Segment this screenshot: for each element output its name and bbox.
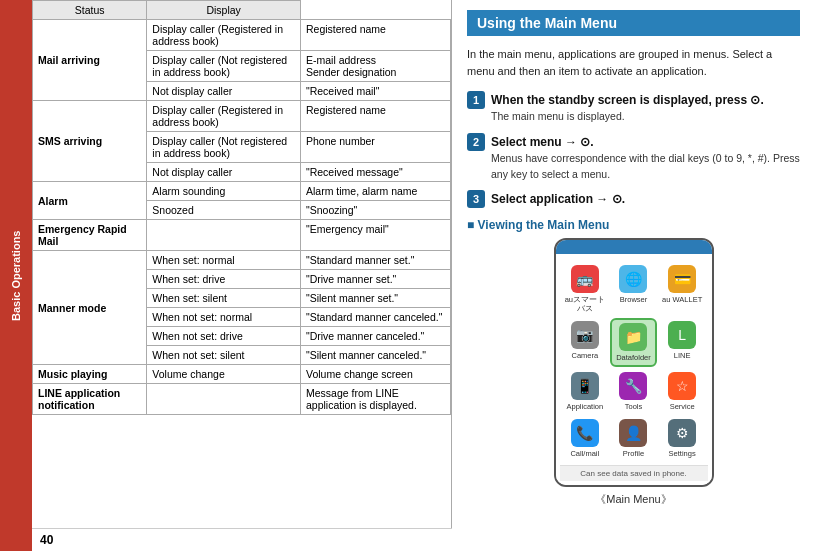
display-cell: E-mail address Sender designation <box>300 51 450 82</box>
phone-app-label: Profile <box>623 449 644 458</box>
table-row: AlarmAlarm soundingAlarm time, alarm nam… <box>33 182 451 201</box>
col-display: Display <box>147 1 301 20</box>
step-content: Select menu → ⊙.Menus have correspondenc… <box>491 133 800 183</box>
display-cell: "Drive manner set." <box>300 270 450 289</box>
phone-app-label: au WALLET <box>662 295 702 304</box>
page-number: 40 <box>32 528 452 551</box>
left-panel: Status Display Mail arrivingDisplay call… <box>32 0 452 551</box>
status-cell: Display caller (Not registered in addres… <box>147 132 301 163</box>
phone-app-label: Application <box>566 402 603 411</box>
viewing-title: ■ Viewing the Main Menu <box>467 218 800 232</box>
steps-container: 1When the standby screen is displayed, p… <box>467 91 800 208</box>
step-number: 1 <box>467 91 485 109</box>
status-cell: Snoozed <box>147 201 301 220</box>
step-title: Select menu → ⊙. <box>491 133 800 151</box>
step-title: Select application → ⊙. <box>491 190 625 208</box>
table-row: LINE application notificationMessage fro… <box>33 384 451 415</box>
phone-app-item: LLINE <box>659 318 706 367</box>
table-row: Mail arrivingDisplay caller (Registered … <box>33 20 451 51</box>
phone-grid: 🚌auスマート バス🌐Browser💳au WALLET📷Camera📁Data… <box>560 258 708 465</box>
phone-app-label: Settings <box>669 449 696 458</box>
step-content: Select application → ⊙. <box>491 190 625 208</box>
phone-app-item: 💳au WALLET <box>659 262 706 316</box>
status-cell: Display caller (Registered in address bo… <box>147 101 301 132</box>
group-cell: Manner mode <box>33 251 147 365</box>
display-cell: "Standard manner canceled." <box>300 308 450 327</box>
phone-screen: 🚌auスマート バス🌐Browser💳au WALLET📷Camera📁Data… <box>556 254 712 485</box>
step-sub: The main menu is displayed. <box>491 109 764 125</box>
phone-app-icon: 🚌 <box>571 265 599 293</box>
display-cell: "Drive manner canceled." <box>300 327 450 346</box>
display-cell: "Received message" <box>300 163 450 182</box>
group-cell: Music playing <box>33 365 147 384</box>
col-status: Status <box>33 1 147 20</box>
phone-app-icon: 📷 <box>571 321 599 349</box>
phone-app-icon: ⚙ <box>668 419 696 447</box>
phone-app-item: 📱Application <box>562 369 609 414</box>
table-row: SMS arrivingDisplay caller (Registered i… <box>33 101 451 132</box>
phone-statusbar <box>556 240 712 254</box>
display-cell: "Standard manner set." <box>300 251 450 270</box>
phone-caption: Can see data saved in phone. <box>560 465 708 481</box>
status-cell: Not display caller <box>147 82 301 101</box>
status-cell: When set: normal <box>147 251 301 270</box>
sidebar: Basic Operations <box>0 0 32 551</box>
status-cell: Display caller (Registered in address bo… <box>147 20 301 51</box>
intro-text: In the main menu, applications are group… <box>467 46 800 79</box>
phone-app-item: 📁Datafolder <box>610 318 657 367</box>
status-cell: When not set: normal <box>147 308 301 327</box>
step: 2Select menu → ⊙.Menus have corresponden… <box>467 133 800 183</box>
status-cell: When set: silent <box>147 289 301 308</box>
phone-app-item: 👤Profile <box>610 416 657 461</box>
group-cell: LINE application notification <box>33 384 147 415</box>
phone-app-label: Datafolder <box>616 353 651 362</box>
display-cell: Alarm time, alarm name <box>300 182 450 201</box>
phone-app-item: 🌐Browser <box>610 262 657 316</box>
step-content: When the standby screen is displayed, pr… <box>491 91 764 125</box>
phone-app-icon: 👤 <box>619 419 647 447</box>
phone-app-label: Service <box>670 402 695 411</box>
status-cell: When set: drive <box>147 270 301 289</box>
status-cell: Alarm sounding <box>147 182 301 201</box>
phone-app-item: 🔧Tools <box>610 369 657 414</box>
section-title: Using the Main Menu <box>467 10 800 36</box>
display-cell: Registered name <box>300 101 450 132</box>
phone-app-item: ☆Service <box>659 369 706 414</box>
group-cell: Alarm <box>33 182 147 220</box>
display-cell: Phone number <box>300 132 450 163</box>
phone-app-item: ⚙Settings <box>659 416 706 461</box>
display-cell: Volume change screen <box>300 365 450 384</box>
phone-app-label: Browser <box>620 295 648 304</box>
group-cell: Mail arriving <box>33 20 147 101</box>
status-cell: Display caller (Not registered in addres… <box>147 51 301 82</box>
status-cell: When not set: drive <box>147 327 301 346</box>
step: 1When the standby screen is displayed, p… <box>467 91 800 125</box>
display-cell: "Snoozing" <box>300 201 450 220</box>
status-cell <box>147 220 301 251</box>
phone-app-label: Tools <box>625 402 643 411</box>
phone-app-icon: ☆ <box>668 372 696 400</box>
status-cell: When not set: silent <box>147 346 301 365</box>
display-cell: "Emergency mail" <box>300 220 450 251</box>
phone-app-item: 📞Call/mail <box>562 416 609 461</box>
group-cell: SMS arriving <box>33 101 147 182</box>
table-row: Music playingVolume changeVolume change … <box>33 365 451 384</box>
status-cell <box>147 384 301 415</box>
phone-app-label: Call/mail <box>570 449 599 458</box>
step-title: When the standby screen is displayed, pr… <box>491 91 764 109</box>
phone-app-icon: 📁 <box>619 323 647 351</box>
phone-app-item: 📷Camera <box>562 318 609 367</box>
phone-app-icon: 💳 <box>668 265 696 293</box>
table-row: Emergency Rapid Mail"Emergency mail" <box>33 220 451 251</box>
status-display-table: Status Display Mail arrivingDisplay call… <box>32 0 451 415</box>
step-number: 3 <box>467 190 485 208</box>
display-cell: "Received mail" <box>300 82 450 101</box>
phone-app-label: Camera <box>571 351 598 360</box>
table-row: Manner modeWhen set: normal"Standard man… <box>33 251 451 270</box>
display-cell: "Silent manner set." <box>300 289 450 308</box>
right-panel: Using the Main Menu In the main menu, ap… <box>452 0 815 551</box>
phone-app-icon: L <box>668 321 696 349</box>
step: 3Select application → ⊙. <box>467 190 800 208</box>
step-sub: Menus have correspondence with the dial … <box>491 151 800 183</box>
status-cell: Volume change <box>147 365 301 384</box>
